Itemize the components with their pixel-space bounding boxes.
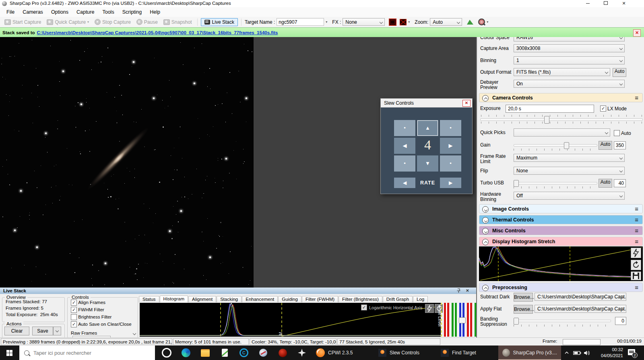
capture-preview[interactable] bbox=[0, 37, 254, 288]
live-stack-panel-header[interactable]: Live Stack ✕ bbox=[0, 288, 476, 294]
green-level-slider-2[interactable] bbox=[475, 303, 476, 337]
capture-area-select[interactable]: 3008x3008 bbox=[514, 44, 625, 52]
magnifier-dropdown-icon[interactable]: ▾ bbox=[487, 20, 488, 24]
turbo-usb-auto-button[interactable]: Auto bbox=[599, 179, 612, 188]
display-histogram-stretch-header[interactable]: Display Histogram Stretch ≡ bbox=[479, 237, 643, 246]
notification-close-button[interactable]: ✕ bbox=[633, 29, 641, 37]
banding-suppression-slider[interactable] bbox=[514, 320, 611, 322]
slew-controls-window[interactable]: Slew Controls ✕ • ▲ • ◀ 4 ▶ • ▼ • ◀ RATE… bbox=[380, 98, 473, 194]
section-menu-icon[interactable]: ≡ bbox=[635, 237, 638, 246]
notification-link[interactable]: C:\Users\marcb\Desktop\SharpCap Captures… bbox=[37, 30, 278, 35]
dock-file-explorer[interactable] bbox=[196, 346, 215, 360]
colour-space-select[interactable]: RAW16 bbox=[514, 37, 625, 41]
slew-controls-titlebar[interactable]: Slew Controls ✕ bbox=[381, 99, 472, 108]
apply-flat-browse-button[interactable]: Browse... bbox=[514, 305, 533, 314]
section-menu-icon[interactable]: ≡ bbox=[635, 226, 638, 235]
magnifier-icon[interactable] bbox=[478, 19, 485, 25]
gain-auto-button[interactable]: Auto bbox=[599, 141, 612, 150]
quick-picks-auto-checkbox[interactable] bbox=[614, 130, 620, 136]
save-button[interactable]: Save bbox=[32, 327, 53, 335]
gain-slider-thumb[interactable] bbox=[564, 142, 569, 149]
slew-up-button[interactable]: ▲ bbox=[417, 120, 438, 136]
slew-right-button[interactable]: ▶ bbox=[440, 138, 461, 154]
output-format-auto-button[interactable]: Auto bbox=[613, 68, 626, 77]
banding-slider-thumb[interactable] bbox=[514, 318, 519, 325]
turbo-usb-value[interactable]: 40 bbox=[614, 179, 626, 187]
minimize-button[interactable] bbox=[580, 0, 596, 7]
auto-stretch-button[interactable] bbox=[631, 248, 641, 258]
stack-histogram[interactable]: M ✓ Logarithmic Horizontal Axis White Le… bbox=[140, 303, 441, 337]
quick-capture-button[interactable]: Quick Capture▾ bbox=[45, 19, 91, 26]
tab-status[interactable]: Status bbox=[139, 296, 159, 302]
save-dropdown-button[interactable] bbox=[53, 327, 61, 335]
quick-picks-select[interactable] bbox=[514, 128, 610, 137]
dock-edge[interactable] bbox=[176, 346, 196, 360]
red-level-slider[interactable] bbox=[444, 303, 449, 337]
histogram-icon[interactable] bbox=[467, 19, 473, 25]
slew-down-left-button[interactable]: • bbox=[394, 155, 415, 172]
menu-options[interactable]: Options bbox=[47, 7, 72, 17]
frame-rate-select[interactable]: Maximum bbox=[514, 154, 625, 162]
misc-controls-header[interactable]: Misc Controls ≡ bbox=[479, 226, 643, 235]
flip-select[interactable]: None bbox=[514, 167, 625, 175]
thermal-controls-header[interactable]: Thermal Controls ≡ bbox=[479, 215, 643, 224]
close-button[interactable]: ✕ bbox=[616, 0, 632, 7]
subtract-dark-browse-button[interactable]: Browse... bbox=[514, 293, 533, 302]
section-menu-icon[interactable]: ≡ bbox=[635, 215, 638, 224]
red-level-slider-2[interactable] bbox=[467, 303, 472, 337]
menu-tools[interactable]: Tools bbox=[98, 7, 118, 17]
tab-guiding[interactable]: Guiding bbox=[278, 296, 301, 302]
tray-volume[interactable] bbox=[584, 350, 590, 356]
save-stretch-button[interactable] bbox=[631, 271, 641, 280]
taskbar-app-slew-controls[interactable]: Slew Controls bbox=[374, 346, 436, 360]
dock-sharpcap-red[interactable] bbox=[273, 346, 292, 360]
slew-up-right-button[interactable]: • bbox=[440, 120, 461, 136]
rate-decrease-button[interactable]: ◀ bbox=[394, 178, 415, 188]
tab-enhancement[interactable]: Enhancement bbox=[242, 296, 278, 302]
tab-alignment[interactable]: Alignment bbox=[188, 296, 216, 302]
dock-browser-o[interactable] bbox=[157, 346, 176, 360]
pause-button[interactable]: Pause bbox=[134, 18, 160, 26]
section-menu-icon[interactable]: ≡ bbox=[635, 283, 638, 292]
tray-battery[interactable] bbox=[573, 351, 581, 355]
image-controls-header[interactable]: Image Controls ≡ bbox=[479, 204, 643, 213]
tab-stacking[interactable]: Stacking bbox=[217, 296, 242, 302]
taskbar-app-find-target[interactable]: Find Target bbox=[437, 346, 497, 360]
banding-suppression-value[interactable]: 0 bbox=[615, 317, 626, 325]
section-menu-icon[interactable]: ≡ bbox=[635, 205, 638, 213]
menu-file[interactable]: File bbox=[2, 7, 19, 17]
menu-help[interactable]: Help bbox=[146, 7, 164, 17]
menu-scripting[interactable]: Scripting bbox=[118, 7, 146, 17]
rate-increase-button[interactable]: ▶ bbox=[440, 178, 461, 188]
lx-mode-checkbox[interactable]: ✓ bbox=[600, 106, 606, 112]
green-level-slider[interactable] bbox=[452, 303, 457, 337]
reticle-dropdown-icon[interactable]: ▾ bbox=[408, 20, 410, 24]
turbo-usb-slider-thumb[interactable] bbox=[514, 180, 519, 187]
dock-planetarium[interactable] bbox=[254, 346, 273, 360]
taskbar-app-sharpcap[interactable]: SharpCap Pro (v3.... bbox=[498, 346, 561, 360]
tab-histogram[interactable]: Histogram bbox=[160, 296, 188, 302]
snapshot-button[interactable]: Snapshot bbox=[161, 19, 194, 26]
slew-down-button[interactable]: ▼ bbox=[417, 155, 438, 172]
tray-clock[interactable]: 00:32 04/05/2021 bbox=[592, 347, 623, 359]
maximize-button[interactable] bbox=[598, 0, 614, 7]
tab-filter-brightness[interactable]: Filter (Brightness) bbox=[339, 296, 382, 302]
tab-log[interactable]: Log bbox=[413, 296, 428, 302]
clear-button[interactable]: Clear bbox=[4, 327, 29, 335]
log-axis-checkbox[interactable]: ✓ bbox=[361, 304, 367, 310]
live-stack-close-button[interactable]: ✕ bbox=[465, 288, 470, 293]
search-input[interactable] bbox=[33, 350, 135, 356]
target-name-input[interactable] bbox=[277, 18, 324, 26]
apply-flat-path-select[interactable]: C:\Users\marcb\Desktop\SharpCap Capt... bbox=[535, 305, 626, 313]
debayer-preview-select[interactable]: On bbox=[514, 80, 625, 88]
dock-stellarium[interactable] bbox=[292, 346, 312, 360]
start-button[interactable] bbox=[0, 346, 19, 360]
menu-cameras[interactable]: Cameras bbox=[19, 7, 47, 17]
taskbar-app-cpwi[interactable]: CPWI 2.3.5 bbox=[312, 346, 374, 360]
dock-cartes-du-ciel[interactable]: C bbox=[234, 346, 254, 360]
reticle-icon[interactable] bbox=[400, 19, 407, 25]
blue-level-handle[interactable] bbox=[459, 317, 466, 323]
live-stack-button[interactable]: Live Stack bbox=[201, 18, 238, 26]
fwhm-filter-checkbox[interactable]: ✓ bbox=[71, 307, 77, 313]
slew-down-right-button[interactable]: • bbox=[440, 155, 461, 172]
